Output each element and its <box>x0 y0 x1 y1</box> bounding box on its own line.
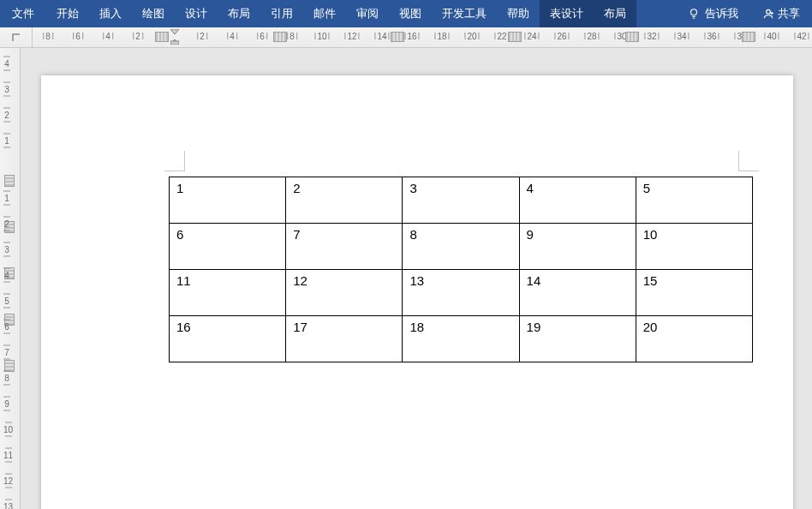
ribbon-spacer <box>636 0 676 27</box>
tab-layout[interactable]: 布局 <box>218 0 260 27</box>
document-table[interactable]: 1 2 3 4 5 6 7 8 9 10 11 12 13 14 <box>169 177 753 362</box>
vertical-ruler[interactable]: 4 3 2 1 1 2 3 4 5 6 7 8 9 10 11 12 13 <box>0 48 21 509</box>
table-cell[interactable]: 4 <box>519 177 636 224</box>
table-cell[interactable]: 9 <box>519 224 636 270</box>
ruler-column-marker[interactable] <box>391 32 404 42</box>
tab-table-layout[interactable]: 布局 <box>594 0 636 27</box>
ruler-v-num: 1 <box>3 134 10 148</box>
tab-mailings[interactable]: 邮件 <box>303 0 346 27</box>
tell-me-search[interactable]: 告诉我 <box>676 0 750 27</box>
table-cell[interactable]: 16 <box>170 316 286 362</box>
ruler-h-num: 34 <box>674 32 689 41</box>
ruler-v-num: 4 <box>3 57 10 71</box>
ruler-h-num: 4 <box>227 32 237 41</box>
ruler-h-track: 8 6 4 2 2 4 6 8 10 12 14 16 18 20 22 24 … <box>33 27 812 48</box>
ruler-v-num: 3 <box>3 82 10 97</box>
ruler-h-num: 40 <box>764 32 779 41</box>
lightbulb-icon <box>688 8 700 20</box>
table-cell[interactable]: 2 <box>286 177 403 224</box>
table-cell[interactable]: 10 <box>636 224 752 270</box>
ruler-corner <box>0 27 33 48</box>
ruler-h-num: 2 <box>133 32 143 41</box>
table-cell[interactable]: 18 <box>403 316 519 362</box>
ruler-v-num: 2 <box>3 108 10 123</box>
ribbon-tab-strip: 文件 开始 插入 绘图 设计 布局 引用 邮件 审阅 视图 开发工具 帮助 表设… <box>0 0 812 27</box>
table-cell[interactable]: 19 <box>519 316 636 362</box>
tab-home[interactable]: 开始 <box>46 0 89 27</box>
svg-point-0 <box>691 9 697 15</box>
table-cell[interactable]: 11 <box>170 270 286 316</box>
ruler-h-num: 28 <box>584 32 599 41</box>
person-icon <box>762 8 774 20</box>
tab-review[interactable]: 审阅 <box>346 0 389 27</box>
svg-point-1 <box>767 9 771 14</box>
ruler-h-num: 20 <box>464 32 479 41</box>
tab-developer[interactable]: 开发工具 <box>432 0 497 27</box>
ruler-h-num: 14 <box>374 32 389 41</box>
table-cell[interactable]: 3 <box>403 177 519 224</box>
ruler-h-num: 18 <box>434 32 449 41</box>
tab-view[interactable]: 视图 <box>389 0 432 27</box>
margin-guide-icon <box>738 151 759 171</box>
ruler-h-num: 22 <box>494 32 509 41</box>
ruler-margin-marker[interactable] <box>155 32 169 42</box>
ruler-v-num: 13 <box>3 500 13 510</box>
share-button[interactable]: 共享 <box>750 0 812 27</box>
ruler-h-num: 32 <box>644 32 659 41</box>
workspace: 4 3 2 1 1 2 3 4 5 6 7 8 9 10 11 12 13 1 … <box>0 48 812 509</box>
ruler-column-marker[interactable] <box>625 32 639 42</box>
table-row[interactable]: 11 12 13 14 15 <box>170 270 753 316</box>
ruler-h-num: 12 <box>344 32 359 41</box>
tab-file[interactable]: 文件 <box>0 0 46 27</box>
page[interactable]: 1 2 3 4 5 6 7 8 9 10 11 12 13 14 <box>41 75 793 509</box>
document-area[interactable]: 1 2 3 4 5 6 7 8 9 10 11 12 13 14 <box>21 48 812 509</box>
tab-references[interactable]: 引用 <box>260 0 303 27</box>
ruler-h-num: 36 <box>704 32 719 41</box>
ruler-column-marker[interactable] <box>508 32 522 42</box>
table-cell[interactable]: 8 <box>403 224 519 270</box>
horizontal-ruler[interactable]: 8 6 4 2 2 4 6 8 10 12 14 16 18 20 22 24 … <box>0 27 812 48</box>
ruler-v-num: 11 <box>3 448 13 463</box>
table-cell[interactable]: 1 <box>170 177 286 224</box>
table-cell[interactable]: 17 <box>286 316 403 362</box>
tab-design[interactable]: 设计 <box>175 0 218 27</box>
table-row[interactable]: 6 7 8 9 10 <box>170 224 753 270</box>
margin-guide-icon <box>164 151 185 171</box>
table-cell[interactable]: 13 <box>403 270 519 316</box>
ruler-column-marker[interactable] <box>742 32 755 42</box>
ruler-h-num: 8 <box>43 32 53 41</box>
table-cell[interactable]: 20 <box>636 316 752 362</box>
tab-help[interactable]: 帮助 <box>497 0 540 27</box>
ruler-v-num: 3 <box>3 243 10 257</box>
ruler-column-marker[interactable] <box>273 32 287 42</box>
ruler-h-num: 8 <box>287 32 297 41</box>
table-cell[interactable]: 6 <box>170 224 286 270</box>
ruler-v-num: 4 <box>3 268 10 283</box>
table-cell[interactable]: 14 <box>519 270 636 316</box>
svg-rect-4 <box>170 41 179 45</box>
tab-draw[interactable]: 绘图 <box>132 0 175 27</box>
ruler-v-num: 7 <box>3 345 10 360</box>
first-line-indent-icon[interactable] <box>170 29 179 45</box>
ruler-h-num: 2 <box>197 32 207 41</box>
table-row[interactable]: 16 17 18 19 20 <box>170 316 753 362</box>
ruler-v-num: 10 <box>3 422 13 437</box>
table-cell[interactable]: 15 <box>636 270 752 316</box>
ruler-h-num: 24 <box>524 32 539 41</box>
ruler-v-row-marker[interactable] <box>4 175 15 187</box>
ruler-v-num: 6 <box>3 320 10 334</box>
table-row[interactable]: 1 2 3 4 5 <box>170 177 753 224</box>
share-label: 共享 <box>778 6 800 21</box>
ruler-h-num: 42 <box>794 32 809 41</box>
table-cell[interactable]: 5 <box>636 177 752 224</box>
ruler-h-num: 4 <box>103 32 113 41</box>
tab-table-design[interactable]: 表设计 <box>540 0 594 27</box>
ruler-v-num: 9 <box>3 397 10 411</box>
ruler-v-num: 12 <box>3 474 13 488</box>
ruler-v-num: 2 <box>3 217 10 231</box>
table-cell[interactable]: 7 <box>286 224 403 270</box>
tell-me-label: 告诉我 <box>705 6 738 21</box>
tab-insert[interactable]: 插入 <box>89 0 132 27</box>
table-cell[interactable]: 12 <box>286 270 403 316</box>
ruler-h-num: 10 <box>314 32 329 41</box>
